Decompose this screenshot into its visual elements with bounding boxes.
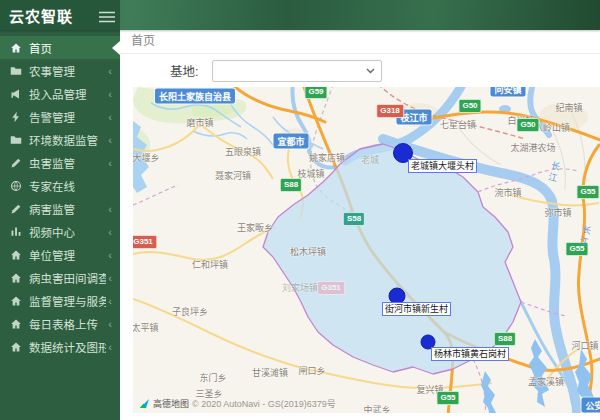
breadcrumb-item-home[interactable]: 首页 xyxy=(131,34,155,48)
sidebar-item-label: 每日表格上传 xyxy=(29,316,106,332)
sidebar-item-7[interactable]: 病害监管‹ xyxy=(0,197,120,220)
folder-icon xyxy=(10,65,22,77)
amap-logo-icon xyxy=(139,398,150,409)
chevron-left-icon: ‹ xyxy=(108,65,112,77)
chevron-left-icon: ‹ xyxy=(108,88,112,100)
sidebar: 首页农事管理‹投入品管理‹告警管理‹环境数据监管‹虫害监管‹专家在线病害监管‹视… xyxy=(0,30,120,420)
sidebar-item-label: 视频中心 xyxy=(29,224,106,240)
chevron-left-icon: ‹ xyxy=(108,226,112,238)
river-label: 长江 xyxy=(545,160,563,186)
home-icon xyxy=(10,295,22,307)
sidebar-item-11[interactable]: 监督管理与服务系统‹ xyxy=(0,289,120,312)
home-icon xyxy=(10,341,22,353)
sidebar-item-1[interactable]: 农事管理‹ xyxy=(0,59,120,82)
folder-icon xyxy=(10,134,22,146)
road-badge: G50 xyxy=(516,118,539,132)
marker-label[interactable]: 街河市镇新生村 xyxy=(382,302,451,316)
base-select[interactable] xyxy=(212,60,382,82)
town-label: 聂家河镇 xyxy=(215,169,251,182)
globe-icon xyxy=(10,180,22,192)
home-icon xyxy=(10,318,22,330)
breadcrumb: 首页 xyxy=(120,30,600,54)
sidebar-item-label: 农事管理 xyxy=(29,63,106,79)
town-label: 五眼泉镇 xyxy=(225,145,261,158)
bolt-icon xyxy=(10,111,22,123)
chevron-left-icon: ‹ xyxy=(108,249,112,261)
amap-brand[interactable]: 高德地图 xyxy=(153,397,189,410)
chevron-down-icon xyxy=(366,68,375,74)
chart-icon xyxy=(10,226,22,238)
app-title: 云农智联 xyxy=(9,5,73,26)
sidebar-item-label: 病虫害田间调查数据 xyxy=(29,270,106,286)
town-label: 姚家店镇 xyxy=(309,151,345,164)
pencil-icon xyxy=(10,157,22,169)
home-icon xyxy=(10,249,22,261)
chevron-left-icon: ‹ xyxy=(108,295,112,307)
sidebar-item-0[interactable]: 首页 xyxy=(0,36,120,59)
chevron-left-icon: ‹ xyxy=(108,341,112,353)
sidebar-item-9[interactable]: 单位管理‹ xyxy=(0,243,120,266)
road-badge: G351 xyxy=(317,281,345,295)
road-badge: G55 xyxy=(576,185,599,199)
sidebar-item-12[interactable]: 每日表格上传‹ xyxy=(0,312,120,335)
sidebar-item-2[interactable]: 投入品管理‹ xyxy=(0,82,120,105)
town-label: 子良坪乡 xyxy=(172,305,208,318)
chevron-left-icon: ‹ xyxy=(108,157,112,169)
map-copyright: © 2020 AutoNavi - GS(2019)6379号 xyxy=(192,397,336,410)
town-label: 孟家溪镇 xyxy=(528,375,564,388)
town-label: 涴市镇 xyxy=(494,186,521,199)
river-label: 长江 xyxy=(576,224,594,250)
sidebar-item-4[interactable]: 环境数据监管‹ xyxy=(0,128,120,151)
road-badge: G318 xyxy=(376,104,404,118)
sidebar-item-10[interactable]: 病虫害田间调查数据‹ xyxy=(0,266,120,289)
road-badge: G55 xyxy=(436,391,459,405)
road-badge: G50 xyxy=(458,99,481,113)
town-label: 松木坪镇 xyxy=(290,245,326,258)
town-label: 太湖港农场 xyxy=(510,141,555,154)
sidebar-nav: 首页农事管理‹投入品管理‹告警管理‹环境数据监管‹虫害监管‹专家在线病害监管‹视… xyxy=(0,30,120,358)
road-badge: S88 xyxy=(494,332,516,346)
sidebar-item-5[interactable]: 虫害监管‹ xyxy=(0,151,120,174)
town-label: 刘家场镇 xyxy=(282,281,318,294)
town-label: 甘溪滩镇 xyxy=(252,366,288,379)
app-window: 云农智联 首页农事管理‹投入品管理‹告警管理‹环境数据监管‹虫害监管‹专家在线病… xyxy=(0,0,600,420)
marker-label[interactable]: 老城镇大堰头村 xyxy=(408,159,477,173)
chevron-left-icon: ‹ xyxy=(108,318,112,330)
town-label: 太平镇 xyxy=(133,321,159,334)
home-icon xyxy=(10,272,22,284)
town-label: 王家畈乡 xyxy=(237,221,273,234)
sidebar-item-label: 单位管理 xyxy=(29,247,106,263)
chevron-left-icon: ‹ xyxy=(108,111,112,123)
chevron-left-icon: ‹ xyxy=(108,134,112,146)
home-icon xyxy=(10,42,22,54)
road-badge: G59 xyxy=(304,87,327,99)
megaphone-icon xyxy=(10,88,22,100)
sidebar-item-label: 专家在线 xyxy=(29,178,112,194)
sidebar-item-label: 病害监管 xyxy=(29,201,106,217)
sidebar-item-label: 虫害监管 xyxy=(29,155,106,171)
sidebar-item-label: 首页 xyxy=(29,40,112,56)
town-label: 弥市镇 xyxy=(544,206,571,219)
sidebar-item-13[interactable]: 数据统计及图形分析‹ xyxy=(0,335,120,358)
town-label: 中武乡 xyxy=(363,403,390,414)
map-attribution: 高德地图 © 2020 AutoNavi - GS(2019)6379号 xyxy=(139,397,336,410)
city-label: 公安县 xyxy=(581,398,600,413)
base-label: 基地: xyxy=(170,61,198,80)
sidebar-item-8[interactable]: 视频中心‹ xyxy=(0,220,120,243)
sidebar-item-6[interactable]: 专家在线 xyxy=(0,174,120,197)
sidebar-item-label: 监督管理与服务系统 xyxy=(29,293,106,309)
sidebar-item-label: 数据统计及图形分析 xyxy=(29,339,106,355)
town-label: 大堰乡 xyxy=(133,151,160,164)
hamburger-menu-icon[interactable] xyxy=(99,9,115,21)
sidebar-item-label: 环境数据监管 xyxy=(29,132,106,148)
marker-label[interactable]: 杨林市镇黄石岗村 xyxy=(431,347,509,361)
map-canvas[interactable]: 磨市镇大堰乡五眼泉镇聂家河镇姚家店镇枝城镇老城白洋镇七星台镇太湖港农场八岭山镇纪… xyxy=(133,87,600,413)
sidebar-item-label: 投入品管理 xyxy=(29,86,106,102)
town-label: 闸口乡 xyxy=(298,364,325,377)
city-label: 问安镇 xyxy=(490,87,525,97)
active-arrow-icon xyxy=(112,41,120,55)
chevron-left-icon: ‹ xyxy=(108,272,112,284)
top-header: 云农智联 xyxy=(0,0,600,30)
sidebar-item-3[interactable]: 告警管理‹ xyxy=(0,105,120,128)
city-label: 宜都市 xyxy=(273,134,308,149)
